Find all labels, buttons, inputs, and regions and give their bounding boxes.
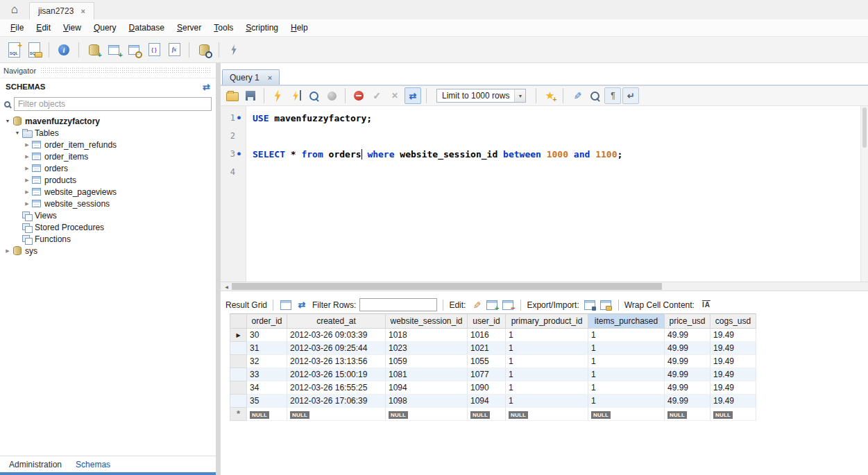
menu-scripting[interactable]: Scripting <box>239 20 284 35</box>
connection-tab[interactable]: jisan2723 × <box>29 2 94 19</box>
caret-expanded-icon[interactable]: ▼ <box>3 119 12 123</box>
tree-item-stored-procedures[interactable]: Stored Procedures <box>0 221 216 233</box>
grid-options-icon[interactable] <box>279 299 293 311</box>
panel-splitter[interactable] <box>216 63 221 475</box>
tab-administration[interactable]: Administration <box>3 458 67 472</box>
column-header-items_purchased[interactable]: items_purchased <box>588 314 665 329</box>
sql-editor[interactable]: 1●2●3●4● USE mavenfuzzyfactory;SELECT * … <box>221 106 868 282</box>
tab-query-1[interactable]: Query 1 × <box>222 69 280 85</box>
cell[interactable]: 49.99 <box>665 329 710 342</box>
cell[interactable]: 19.49 <box>710 342 756 355</box>
caret-expanded-icon[interactable]: ▼ <box>13 130 22 135</box>
autocommit-icon[interactable] <box>405 87 421 104</box>
cell[interactable]: 1023 <box>386 342 468 355</box>
cell[interactable]: 35 <box>247 395 287 408</box>
tree-item-views[interactable]: Views <box>0 209 216 221</box>
cell[interactable]: 49.99 <box>665 355 710 368</box>
column-header-price_usd[interactable]: price_usd <box>665 314 710 329</box>
menu-tools[interactable]: Tools <box>207 20 239 35</box>
beautify-icon[interactable] <box>568 87 585 104</box>
cell[interactable]: NULL <box>506 408 588 421</box>
caret-collapsed-icon[interactable]: ▶ <box>23 142 31 148</box>
export-icon[interactable] <box>583 299 597 311</box>
caret-collapsed-icon[interactable]: ▶ <box>23 189 31 195</box>
menu-file[interactable]: File <box>4 20 30 35</box>
cell[interactable]: 1 <box>588 381 665 395</box>
cell[interactable]: 31 <box>247 342 287 355</box>
cell[interactable]: 2012-03-26 16:55:25 <box>287 381 386 395</box>
cell[interactable]: 1081 <box>386 368 468 381</box>
cell[interactable]: 1 <box>506 368 588 381</box>
create-schema-icon[interactable] <box>85 41 103 59</box>
close-icon[interactable]: × <box>268 74 272 82</box>
commit-icon[interactable] <box>368 87 385 104</box>
cell[interactable]: 1 <box>588 395 665 408</box>
tree-item-functions[interactable]: Functions <box>0 233 216 245</box>
cell[interactable]: 49.99 <box>665 342 710 355</box>
row-marker[interactable] <box>230 368 247 381</box>
import-icon[interactable] <box>599 299 613 311</box>
delete-row-icon[interactable] <box>501 299 515 311</box>
cell[interactable]: 1021 <box>468 342 506 355</box>
code-line[interactable] <box>253 127 868 145</box>
rollback-icon[interactable] <box>386 87 403 104</box>
search-data-icon[interactable] <box>195 41 213 59</box>
cell[interactable]: 1094 <box>386 381 468 395</box>
create-function-icon[interactable] <box>165 41 183 59</box>
chevron-down-icon[interactable]: ▼ <box>514 89 525 102</box>
limit-rows-dropdown[interactable]: Limit to 1000 rows ▼ <box>436 89 526 103</box>
column-header-created_at[interactable]: created_at <box>287 314 386 329</box>
code-line[interactable]: USE mavenfuzzyfactory; <box>253 109 868 127</box>
cell[interactable]: 1 <box>506 395 588 408</box>
cell[interactable]: NULL <box>386 408 468 421</box>
cell[interactable]: 1094 <box>468 395 506 408</box>
refresh-icon[interactable] <box>295 299 309 311</box>
cell[interactable]: 1 <box>588 368 665 381</box>
new-query-tab-icon[interactable] <box>5 41 23 59</box>
cell[interactable]: NULL <box>665 408 710 421</box>
editor-horizontal-scrollbar[interactable]: ◀ <box>221 282 868 291</box>
scroll-left-arrow-icon[interactable]: ◀ <box>222 282 231 291</box>
code-line[interactable]: SELECT * from orders where website_sessi… <box>253 145 868 163</box>
row-marker[interactable] <box>230 381 247 395</box>
open-script-icon[interactable] <box>224 87 241 104</box>
refresh-schemas-icon[interactable]: ⇄ <box>203 82 210 92</box>
tree-item-order_item_refunds[interactable]: ▶order_item_refunds <box>0 139 216 150</box>
cell[interactable]: NULL <box>468 408 506 421</box>
menu-view[interactable]: View <box>57 20 87 35</box>
cell[interactable]: NULL <box>710 408 756 421</box>
filter-rows-input[interactable] <box>359 298 437 311</box>
cell[interactable]: 32 <box>247 355 287 368</box>
cell[interactable]: 2012-03-26 17:06:39 <box>287 395 386 408</box>
open-sql-script-icon[interactable] <box>25 41 43 59</box>
cell[interactable]: 19.49 <box>710 381 756 395</box>
cell[interactable]: 1 <box>506 329 588 342</box>
editor-code[interactable]: USE mavenfuzzyfactory;SELECT * from orde… <box>246 106 868 282</box>
caret-collapsed-icon[interactable]: ▶ <box>3 248 12 254</box>
tree-item-website_sessions[interactable]: ▶website_sessions <box>0 198 216 209</box>
caret-collapsed-icon[interactable]: ▶ <box>23 166 31 171</box>
cell[interactable]: 19.49 <box>710 355 756 368</box>
column-header-user_id[interactable]: user_id <box>468 314 506 329</box>
toggle-stop-on-error-icon[interactable] <box>350 87 367 104</box>
cell[interactable]: 49.99 <box>665 395 710 408</box>
cell[interactable]: 19.49 <box>710 329 756 342</box>
cell[interactable]: 2012-03-26 13:13:56 <box>287 355 386 368</box>
menu-help[interactable]: Help <box>284 20 314 35</box>
create-table-icon[interactable] <box>105 41 123 59</box>
cell[interactable]: NULL <box>247 408 287 421</box>
wrap-icon[interactable] <box>622 87 639 104</box>
create-procedure-icon[interactable] <box>145 41 163 59</box>
tree-item-mavenfuzzyfactory[interactable]: ▼mavenfuzzyfactory <box>0 115 216 127</box>
cell[interactable]: 2012-03-26 15:00:19 <box>287 368 386 381</box>
insert-row-icon[interactable] <box>485 299 499 311</box>
cell[interactable]: 34 <box>247 381 287 395</box>
cell[interactable]: 1059 <box>386 355 468 368</box>
caret-collapsed-icon[interactable]: ▶ <box>23 201 31 207</box>
caret-collapsed-icon[interactable]: ▶ <box>23 154 31 159</box>
scrollbar-thumb[interactable] <box>232 283 662 290</box>
column-header-primary_product_id[interactable]: primary_product_id <box>506 314 588 329</box>
scrollbar-thumb[interactable] <box>862 107 867 148</box>
row-marker[interactable] <box>230 355 247 368</box>
tree-item-tables[interactable]: ▼Tables <box>0 127 216 139</box>
